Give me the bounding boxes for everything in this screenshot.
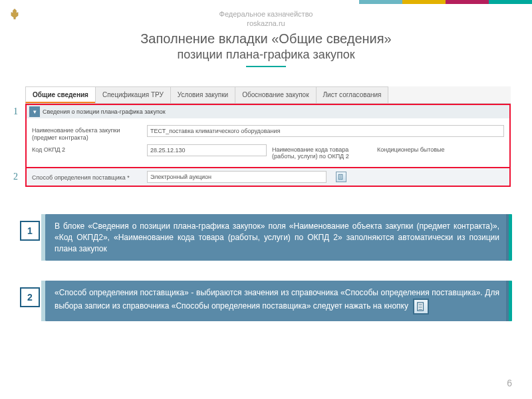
tab-general[interactable]: Общие сведения xyxy=(25,86,96,103)
callout-text-1: В блоке «Сведения о позиции плана-график… xyxy=(45,214,512,261)
page-subtitle: позиции плана-графика закупок xyxy=(0,48,532,62)
lookup-icon[interactable] xyxy=(336,172,346,182)
value-okpd-name: Кондиционеры бытовые xyxy=(377,144,445,153)
label-okpd-name: Наименование кода товара (работы, услуги… xyxy=(272,144,372,161)
tab-spec[interactable]: Спецификация ТРУ xyxy=(95,86,171,103)
page-number: 6 xyxy=(507,378,512,388)
form-body: Наименование объекта закупки (предмет ко… xyxy=(27,118,509,167)
label-object-name: Наименование объекта закупки (предмет ко… xyxy=(32,125,142,142)
callout-2: 2 «Способ определения поставщика» - выби… xyxy=(20,281,512,321)
callout-badge-2: 2 xyxy=(20,287,40,307)
chevron-down-icon[interactable]: ▾ xyxy=(29,106,40,117)
callout-1: 1 В блоке «Сведения о позиции плана-граф… xyxy=(20,214,512,261)
org-name: Федеральное казначейство xyxy=(0,9,532,19)
org-header: Федеральное казначейство roskazna.ru xyxy=(0,0,532,29)
tab-conditions[interactable]: Условия закупки xyxy=(170,86,235,103)
section-header[interactable]: ▾ Сведения о позиции плана-графика закуп… xyxy=(27,105,509,118)
org-site: roskazna.ru xyxy=(0,19,532,28)
callout-text-2: «Способ определения поставщика» - выбира… xyxy=(45,281,512,321)
label-okpd-code: Код ОКПД 2 xyxy=(32,144,142,154)
tab-approval[interactable]: Лист согласования xyxy=(316,86,389,103)
form-panel: 1 2 Общие сведения Спецификация ТРУ Усло… xyxy=(25,86,511,187)
label-supplier-method: Способ определения поставщика * xyxy=(32,172,142,182)
lookup-button-icon xyxy=(413,299,429,315)
page-title: Заполнение вкладки «Общие сведения» xyxy=(0,31,532,47)
section-title: Сведения о позиции плана-графика закупок xyxy=(43,108,166,115)
side-marker-1: 1 xyxy=(13,106,18,117)
highlight-box-2: Способ определения поставщика * Электрон… xyxy=(25,168,511,187)
side-marker-2: 2 xyxy=(13,172,18,182)
callout-badge-1: 1 xyxy=(20,221,40,241)
input-okpd-code[interactable]: 28.25.12.130 xyxy=(147,144,267,156)
coat-of-arms-icon xyxy=(9,8,20,20)
input-object-name[interactable]: ТЕСТ_поставка климатического оборудовани… xyxy=(147,125,504,137)
callout-text-2-span: «Способ определения поставщика» - выбира… xyxy=(55,288,499,311)
tab-bar: Общие сведения Спецификация ТРУ Условия … xyxy=(25,86,511,104)
title-divider xyxy=(246,66,286,67)
highlight-box-1: ▾ Сведения о позиции плана-графика закуп… xyxy=(25,104,511,168)
tab-justification[interactable]: Обоснование закупок xyxy=(235,86,316,103)
input-supplier-method[interactable]: Электронный аукцион xyxy=(147,171,327,183)
top-accent-stripe xyxy=(359,0,532,4)
